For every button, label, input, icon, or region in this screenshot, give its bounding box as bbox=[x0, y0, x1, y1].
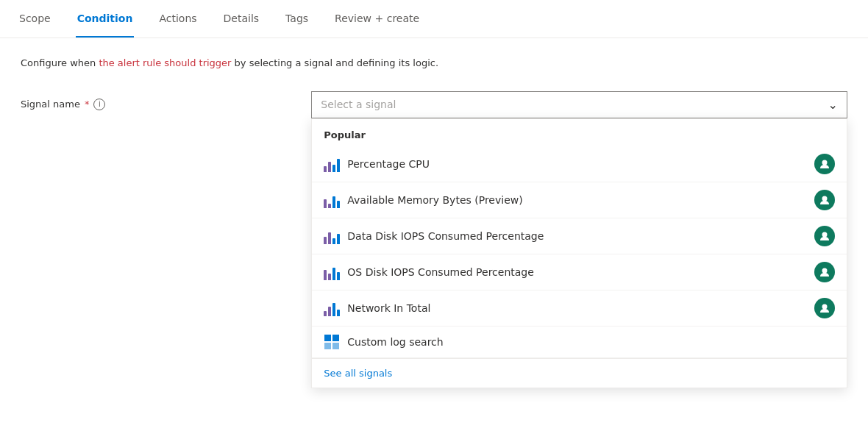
svg-point-1 bbox=[822, 196, 828, 201]
svg-point-3 bbox=[822, 268, 828, 273]
item-label: Custom log search bbox=[347, 336, 443, 348]
info-icon[interactable]: i bbox=[93, 99, 105, 110]
signal-dropdown-panel: Popular Percentage CPU bbox=[311, 118, 847, 388]
required-indicator: * bbox=[85, 99, 90, 110]
chart-metric-icon bbox=[324, 156, 340, 172]
signal-type-icon bbox=[814, 190, 835, 210]
tab-tags[interactable]: Tags bbox=[284, 0, 310, 38]
list-item[interactable]: OS Disk IOPS Consumed Percentage bbox=[312, 254, 847, 290]
signal-type-icon bbox=[814, 226, 835, 246]
chevron-down-icon: ⌄ bbox=[828, 98, 838, 112]
list-item[interactable]: Data Disk IOPS Consumed Percentage bbox=[312, 218, 847, 254]
tab-condition[interactable]: Condition bbox=[76, 0, 135, 38]
list-item[interactable]: Available Memory Bytes (Preview) bbox=[312, 182, 847, 218]
signal-type-icon bbox=[814, 154, 835, 174]
item-label: Data Disk IOPS Consumed Percentage bbox=[347, 230, 544, 242]
svg-rect-8 bbox=[332, 343, 339, 349]
item-label: Percentage CPU bbox=[347, 158, 430, 170]
tab-details[interactable]: Details bbox=[222, 0, 261, 38]
chart-metric-icon bbox=[324, 228, 340, 244]
list-item[interactable]: Custom log search bbox=[312, 327, 847, 358]
svg-point-0 bbox=[822, 160, 828, 165]
signal-name-label: Signal name * i bbox=[21, 91, 299, 110]
log-search-icon bbox=[324, 334, 340, 350]
main-content: Configure when the alert rule should tri… bbox=[0, 38, 868, 136]
tab-review-create[interactable]: Review + create bbox=[333, 0, 421, 38]
svg-rect-7 bbox=[324, 343, 331, 349]
signal-name-field-row: Signal name * i Select a signal ⌄ Popula… bbox=[21, 91, 847, 118]
svg-point-2 bbox=[822, 232, 828, 237]
signal-type-icon bbox=[814, 298, 835, 318]
item-label: Network In Total bbox=[347, 302, 430, 314]
chart-metric-icon bbox=[324, 300, 340, 316]
tab-scope[interactable]: Scope bbox=[18, 0, 52, 38]
item-label: Available Memory Bytes (Preview) bbox=[347, 194, 522, 206]
chart-metric-icon bbox=[324, 192, 340, 208]
svg-rect-6 bbox=[332, 335, 339, 341]
signal-dropdown-container: Select a signal ⌄ Popular Percenta bbox=[311, 91, 847, 118]
dropdown-placeholder: Select a signal bbox=[321, 99, 396, 110]
svg-rect-5 bbox=[324, 335, 331, 341]
description-text: Configure when the alert rule should tri… bbox=[21, 56, 847, 71]
chart-metric-icon bbox=[324, 264, 340, 280]
item-label: OS Disk IOPS Consumed Percentage bbox=[347, 266, 534, 278]
popular-section-header: Popular bbox=[312, 119, 847, 146]
see-all-signals-link[interactable]: See all signals bbox=[312, 359, 847, 388]
list-item[interactable]: Network In Total bbox=[312, 290, 847, 327]
list-item[interactable]: Percentage CPU bbox=[312, 146, 847, 182]
signal-dropdown-trigger[interactable]: Select a signal ⌄ bbox=[311, 91, 847, 118]
svg-point-4 bbox=[822, 304, 828, 309]
nav-tabs: Scope Condition Actions Details Tags Rev… bbox=[0, 0, 868, 38]
tab-actions[interactable]: Actions bbox=[157, 0, 198, 38]
signal-type-icon bbox=[814, 262, 835, 282]
